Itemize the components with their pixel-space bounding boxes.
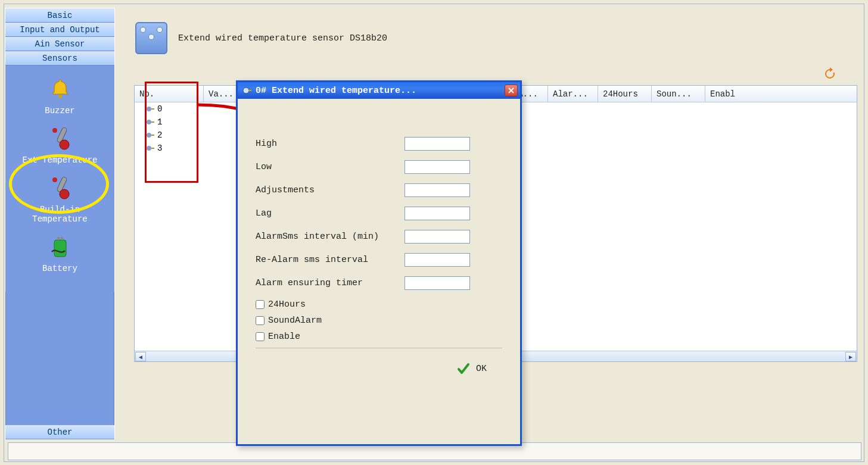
- svg-rect-9: [61, 237, 63, 240]
- ok-button[interactable]: OK: [453, 360, 490, 377]
- scroll-right-icon[interactable]: ►: [845, 352, 856, 361]
- label-enable: Enable: [268, 332, 300, 342]
- sensor-row-icon: [145, 104, 156, 114]
- svg-point-2: [60, 140, 69, 149]
- sensor-row-icon: [145, 117, 156, 127]
- sidebar-header-io[interactable]: Input and Output: [5, 23, 114, 37]
- svg-point-5: [60, 189, 69, 199]
- battery-icon: [46, 233, 74, 261]
- dialog-separator: [256, 348, 502, 348]
- label-low: Low: [256, 162, 405, 172]
- device-icon: [135, 22, 167, 54]
- sidebar-item-battery[interactable]: Battery: [5, 233, 114, 274]
- sidebar-item-label: Battery: [5, 264, 114, 274]
- label-realarm: Re-Alarm sms interval: [256, 255, 405, 265]
- dialog-title: 0# Extend wired temperature...: [256, 86, 505, 96]
- input-realarm[interactable]: [405, 253, 470, 267]
- sidebar-item-label: Buzzer: [5, 106, 114, 116]
- col-alar[interactable]: Alar...: [548, 86, 598, 102]
- svg-point-6: [52, 177, 57, 182]
- svg-point-15: [243, 88, 249, 93]
- svg-point-13: [147, 146, 151, 151]
- label-adjustments: Adjustments: [256, 185, 405, 195]
- sensor-row-icon: [145, 143, 156, 153]
- input-lag[interactable]: [405, 207, 470, 220]
- row-no: 3: [157, 143, 162, 153]
- svg-rect-8: [57, 237, 60, 240]
- row-no: 0: [157, 104, 162, 114]
- page-title: Extend wired temperature sensor DS18b20: [178, 33, 387, 43]
- label-24hours: 24Hours: [268, 299, 306, 310]
- svg-point-11: [147, 120, 151, 124]
- dialog-title-icon: [242, 86, 252, 95]
- col-no[interactable]: No.: [135, 86, 204, 102]
- scroll-left-icon[interactable]: ◄: [135, 352, 146, 361]
- label-lag: Lag: [256, 208, 405, 219]
- dialog-ext-temperature: 0# Extend wired temperature... High Low …: [236, 80, 522, 446]
- checkbox-enable[interactable]: [256, 332, 265, 341]
- page-header: Extend wired temperature sensor DS18b20: [121, 8, 861, 60]
- bell-icon: [46, 75, 74, 104]
- row-no: 1: [157, 117, 162, 127]
- sidebar-item-buildin-temperature[interactable]: Build-in Temperature: [5, 174, 114, 225]
- input-ensuring[interactable]: [405, 276, 470, 290]
- svg-point-10: [147, 107, 151, 111]
- close-button[interactable]: [505, 85, 518, 96]
- sidebar: Basic Input and Output Ain Sensor Sensor…: [5, 8, 115, 440]
- sensor-row-icon: [145, 130, 156, 140]
- svg-point-12: [147, 133, 151, 138]
- sidebar-header-ain[interactable]: Ain Sensor: [5, 37, 114, 51]
- label-soundalarm: SoundAlarm: [268, 316, 322, 326]
- sidebar-header-basic[interactable]: Basic: [5, 8, 114, 23]
- sidebar-item-label: Ext Temperature: [5, 155, 114, 166]
- label-ensuring: Alarm ensuring timer: [256, 278, 405, 288]
- label-high: High: [256, 139, 405, 149]
- dialog-body: High Low Adjustments Lag AlarmSms interv…: [238, 99, 520, 444]
- svg-rect-7: [54, 240, 66, 257]
- check-icon: [457, 363, 470, 375]
- col-24hours[interactable]: 24Hours: [598, 86, 652, 102]
- svg-point-0: [58, 95, 62, 98]
- checkbox-soundalarm[interactable]: [256, 316, 265, 325]
- ok-label: OK: [476, 364, 487, 374]
- checkbox-24hours[interactable]: [256, 300, 265, 309]
- thermometer-icon: [46, 124, 74, 153]
- sidebar-panel-sensors: Buzzer Ext Temperature: [5, 65, 114, 292]
- row-no: 2: [157, 130, 162, 140]
- dialog-titlebar[interactable]: 0# Extend wired temperature...: [238, 82, 520, 99]
- sidebar-header-sensors[interactable]: Sensors: [5, 51, 114, 65]
- sidebar-item-buzzer[interactable]: Buzzer: [5, 75, 114, 116]
- input-adjustments[interactable]: [405, 183, 470, 197]
- input-high[interactable]: [405, 137, 470, 151]
- sidebar-item-ext-temperature[interactable]: Ext Temperature: [5, 124, 114, 166]
- label-alarmsms: AlarmSms interval (min): [256, 232, 405, 242]
- sidebar-item-label: Build-in Temperature: [5, 205, 114, 225]
- col-sound[interactable]: Soun...: [652, 86, 705, 102]
- input-low[interactable]: [405, 160, 470, 174]
- app-frame: Basic Input and Output Ain Sensor Sensor…: [4, 4, 864, 462]
- svg-point-3: [52, 128, 57, 133]
- refresh-icon[interactable]: [823, 67, 836, 80]
- col-value[interactable]: Va...: [204, 86, 239, 102]
- close-icon: [508, 87, 515, 94]
- sidebar-header-other[interactable]: Other: [5, 425, 114, 439]
- thermometer-icon: [46, 174, 74, 202]
- input-alarmsms[interactable]: [405, 230, 470, 244]
- col-enable[interactable]: Enabl: [705, 86, 857, 102]
